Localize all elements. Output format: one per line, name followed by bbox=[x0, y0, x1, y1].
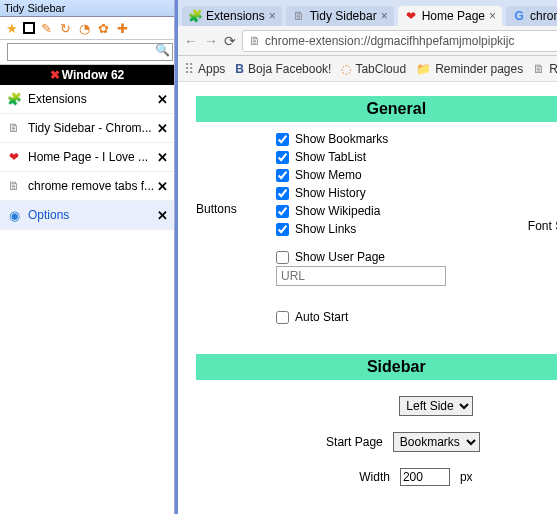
checkbox[interactable] bbox=[276, 169, 289, 182]
bookmark-item[interactable]: Read Later bbox=[533, 62, 557, 76]
page-icon bbox=[249, 34, 261, 48]
url-input[interactable] bbox=[276, 266, 446, 286]
checkbox[interactable] bbox=[276, 187, 289, 200]
fb-icon bbox=[235, 62, 244, 76]
tab-label: Home Page - I Love ... bbox=[28, 150, 157, 164]
tidy-sidebar-panel: Tidy Sidebar ★ ✎ ↻ ◔ ✿ ✚ ✖Window 62 Exte… bbox=[0, 0, 175, 514]
close-icon[interactable]: × bbox=[489, 9, 496, 23]
sidebar-header: Sidebar bbox=[196, 354, 557, 380]
options-page: General Buttons Show BookmarksShow TabLi… bbox=[178, 82, 557, 514]
sidebar-tab-list: Extensions ✕ Tidy Sidebar - Chrom... ✕ H… bbox=[0, 85, 174, 230]
sidebar-search bbox=[0, 40, 174, 65]
checkbox[interactable] bbox=[276, 133, 289, 146]
reload-button[interactable]: ⟳ bbox=[224, 33, 236, 49]
browser-tab[interactable]: chrome × bbox=[506, 6, 557, 26]
sidebar-tab-item[interactable]: Extensions ✕ bbox=[0, 85, 174, 114]
close-window-icon[interactable]: ✖ bbox=[50, 68, 60, 82]
check-row[interactable]: Show Bookmarks bbox=[276, 132, 446, 146]
check-row[interactable]: Show Wikipedia bbox=[276, 204, 446, 218]
check-label: Show TabList bbox=[295, 150, 366, 164]
bookmark-label: Apps bbox=[198, 62, 225, 76]
pagei-icon bbox=[292, 9, 306, 23]
chrome-window: Extensions × Tidy Sidebar × Home Page × … bbox=[175, 0, 557, 514]
checkbox[interactable] bbox=[276, 223, 289, 236]
close-icon[interactable]: ✕ bbox=[157, 121, 168, 136]
side-row: Left Side bbox=[196, 396, 557, 416]
checkbox-group: Show BookmarksShow TabListShow MemoShow … bbox=[276, 132, 446, 324]
check-label: Show User Page bbox=[295, 250, 385, 264]
close-icon[interactable]: × bbox=[269, 9, 276, 23]
tabcloud-icon bbox=[341, 62, 351, 76]
gear-icon bbox=[6, 207, 22, 223]
window-header[interactable]: ✖Window 62 bbox=[0, 65, 174, 85]
omnibox[interactable]: chrome-extension://dgmacifhhpefamjmolpip… bbox=[242, 30, 557, 52]
plus-icon[interactable]: ✚ bbox=[114, 20, 130, 36]
browser-tab[interactable]: Extensions × bbox=[182, 6, 282, 26]
fontsize-label: Font Size bbox=[528, 219, 557, 233]
check-label: Show Memo bbox=[295, 168, 362, 182]
pagei-icon bbox=[6, 178, 22, 194]
browser-tab[interactable]: Home Page × bbox=[398, 6, 502, 26]
check-row[interactable]: Show TabList bbox=[276, 150, 446, 164]
width-row: Width px bbox=[196, 468, 557, 486]
heart-icon bbox=[404, 9, 418, 23]
bookmark-item[interactable]: Apps bbox=[184, 61, 225, 77]
bookmark-label: Boja Facebook! bbox=[248, 62, 331, 76]
bookmark-item[interactable]: Reminder pages bbox=[416, 62, 523, 76]
pencil-icon[interactable]: ✎ bbox=[38, 20, 54, 36]
tab-label: Home Page bbox=[422, 9, 485, 23]
browser-tabstrip: Extensions × Tidy Sidebar × Home Page × … bbox=[178, 0, 557, 26]
heart-icon bbox=[6, 149, 22, 165]
buttons-label: Buttons bbox=[196, 132, 256, 216]
refresh-icon[interactable]: ↻ bbox=[57, 20, 73, 36]
checkbox[interactable] bbox=[276, 311, 289, 324]
bookmark-item[interactable]: TabCloud bbox=[341, 62, 406, 76]
globe-icon[interactable]: ✿ bbox=[95, 20, 111, 36]
google-icon bbox=[512, 9, 526, 23]
check-row[interactable]: Show Links bbox=[276, 222, 446, 236]
check-label: Show History bbox=[295, 186, 366, 200]
autostart-row[interactable]: Auto Start bbox=[276, 310, 446, 324]
fontsize-row: Font Size bbox=[528, 218, 557, 234]
sidebar-tab-item[interactable]: Options ✕ bbox=[0, 201, 174, 230]
checkbox[interactable] bbox=[276, 151, 289, 164]
close-icon[interactable]: × bbox=[381, 9, 388, 23]
forward-button[interactable]: → bbox=[204, 33, 218, 49]
close-icon[interactable]: ✕ bbox=[157, 208, 168, 223]
close-icon[interactable]: ✕ bbox=[157, 92, 168, 107]
bookmark-item[interactable]: Boja Facebook! bbox=[235, 62, 331, 76]
sidebar-tab-item[interactable]: chrome remove tabs f... ✕ bbox=[0, 172, 174, 201]
tab-label: Extensions bbox=[28, 92, 157, 106]
sidebar-tab-item[interactable]: Home Page - I Love ... ✕ bbox=[0, 143, 174, 172]
browser-tab[interactable]: Tidy Sidebar × bbox=[286, 6, 394, 26]
check-row[interactable]: Show History bbox=[276, 186, 446, 200]
startpage-select[interactable]: Bookmarks bbox=[393, 432, 480, 452]
userpage-row[interactable]: Show User Page bbox=[276, 250, 446, 264]
star-icon[interactable]: ★ bbox=[4, 20, 20, 36]
checkbox[interactable] bbox=[276, 205, 289, 218]
startpage-label: Start Page bbox=[313, 435, 383, 449]
pagei-icon bbox=[6, 120, 22, 136]
bookmarks-bar: AppsBoja Facebook!TabCloudReminder pages… bbox=[178, 56, 557, 82]
sidebar-section: Sidebar Left Side Start Page Bookmarks W… bbox=[196, 354, 557, 486]
tab-label: Extensions bbox=[206, 9, 265, 23]
url-text: chrome-extension://dgmacifhhpefamjmolpip… bbox=[265, 34, 514, 48]
width-input[interactable] bbox=[400, 468, 450, 486]
tab-label: Tidy Sidebar bbox=[310, 9, 377, 23]
bookmark-label: Reminder pages bbox=[435, 62, 523, 76]
buttons-row: Buttons Show BookmarksShow TabListShow M… bbox=[196, 132, 557, 324]
clock-icon[interactable]: ◔ bbox=[76, 20, 92, 36]
sidebar-tab-item[interactable]: Tidy Sidebar - Chrom... ✕ bbox=[0, 114, 174, 143]
close-icon[interactable]: ✕ bbox=[157, 179, 168, 194]
bookmark-label: TabCloud bbox=[355, 62, 406, 76]
box-icon[interactable] bbox=[23, 22, 35, 34]
bookmark-label: Read Later bbox=[549, 62, 557, 76]
side-select[interactable]: Left Side bbox=[399, 396, 473, 416]
check-row[interactable]: Show Memo bbox=[276, 168, 446, 182]
tab-label: chrome remove tabs f... bbox=[28, 179, 157, 193]
puzzle-icon bbox=[188, 9, 202, 23]
close-icon[interactable]: ✕ bbox=[157, 150, 168, 165]
back-button[interactable]: ← bbox=[184, 33, 198, 49]
checkbox[interactable] bbox=[276, 251, 289, 264]
search-input[interactable] bbox=[7, 43, 173, 61]
